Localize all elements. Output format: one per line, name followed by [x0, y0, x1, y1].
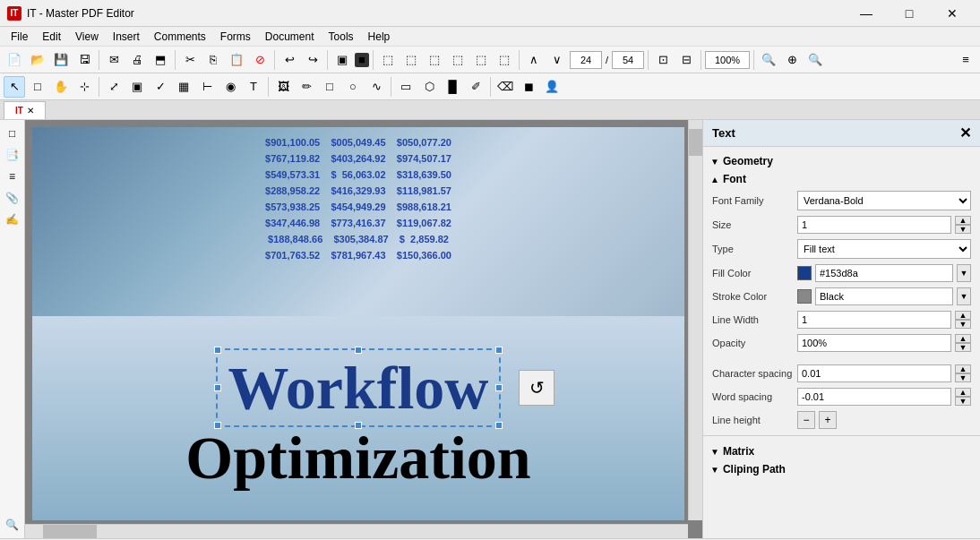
- font-section-header[interactable]: ▲ Font: [703, 170, 980, 188]
- page-tool[interactable]: □: [27, 76, 48, 98]
- document-area[interactable]: $901,100.05 $005,049.45 $050,077.20 $767…: [25, 120, 702, 538]
- redo-button[interactable]: ↪: [302, 49, 323, 71]
- object-tool[interactable]: ▣: [126, 76, 148, 98]
- select-button[interactable]: ▣: [331, 49, 353, 71]
- export-button[interactable]: ⬒: [150, 49, 171, 71]
- thumbnail-btn[interactable]: □: [3, 124, 22, 143]
- fit-page-button[interactable]: ⊡: [652, 49, 674, 71]
- copy-button[interactable]: ⎘: [202, 49, 224, 71]
- fit-width-button[interactable]: ⊟: [675, 49, 697, 71]
- menu-comments[interactable]: Comments: [147, 29, 213, 45]
- fill-color-dropdown[interactable]: ▼: [957, 264, 971, 282]
- opacity-input[interactable]: 100%: [797, 334, 951, 352]
- menu-edit[interactable]: Edit: [35, 29, 68, 45]
- opacity-down[interactable]: ▼: [955, 343, 971, 352]
- geometry-section-header[interactable]: ▼ Geometry: [703, 152, 980, 170]
- bookmarks-btn[interactable]: 📑: [3, 145, 22, 165]
- line-width-down[interactable]: ▼: [955, 320, 971, 329]
- ruler-tool[interactable]: ⊢: [196, 76, 218, 98]
- zoom-side-btn[interactable]: 🔍: [3, 515, 22, 535]
- save-as-button[interactable]: 🖫: [73, 49, 95, 71]
- line-height-minus[interactable]: −: [797, 411, 815, 429]
- matrix-section-header[interactable]: ▼ Matrix: [703, 442, 980, 460]
- print-button[interactable]: 🖨: [126, 49, 148, 71]
- layers-btn[interactable]: ≡: [3, 167, 22, 186]
- ellipse-tool[interactable]: ○: [342, 76, 364, 98]
- fill-button[interactable]: ■: [355, 53, 369, 67]
- cut-button[interactable]: ✂: [179, 49, 201, 71]
- menu-help[interactable]: Help: [361, 29, 398, 45]
- new-button[interactable]: 📄: [4, 49, 25, 71]
- undo-button[interactable]: ↩: [279, 49, 300, 71]
- menu-view[interactable]: View: [68, 29, 106, 45]
- char-spacing-input[interactable]: 0.01: [797, 364, 951, 382]
- marquee-tool[interactable]: ⊹: [73, 76, 95, 98]
- search-button[interactable]: 🔍: [804, 49, 826, 71]
- menu-tools[interactable]: Tools: [322, 29, 361, 45]
- char-spacing-down[interactable]: ▼: [955, 373, 971, 382]
- tool4[interactable]: ⬚: [447, 49, 469, 71]
- text-select-tool[interactable]: ▦: [173, 76, 194, 98]
- tool2[interactable]: ⬚: [400, 49, 422, 71]
- pen-tool[interactable]: ✏: [296, 76, 317, 98]
- menu-document[interactable]: Document: [258, 29, 322, 45]
- size-input[interactable]: 1: [797, 216, 951, 234]
- link-tool[interactable]: ⤢: [103, 76, 125, 98]
- check-tool[interactable]: ✓: [150, 76, 171, 98]
- zoom-input[interactable]: 100%: [705, 51, 750, 69]
- highlight-text[interactable]: █: [442, 76, 463, 98]
- page-total-input[interactable]: 54: [612, 51, 644, 69]
- font-size-input[interactable]: 24: [570, 51, 602, 69]
- erase-tool[interactable]: ⌫: [494, 76, 516, 98]
- menu-file[interactable]: File: [4, 29, 35, 45]
- line-height-plus[interactable]: +: [819, 411, 837, 429]
- panel-close-icon[interactable]: ✕: [959, 124, 971, 141]
- mark-tool[interactable]: ✐: [465, 76, 486, 98]
- clip-tool[interactable]: ◉: [219, 76, 241, 98]
- tool3[interactable]: ⬚: [424, 49, 445, 71]
- line-width-input[interactable]: 1: [797, 311, 951, 329]
- rotate-handle[interactable]: ↺: [519, 370, 554, 406]
- zoom-area-button[interactable]: ⊕: [781, 49, 803, 71]
- zoom-in-button[interactable]: 🔍: [758, 49, 779, 71]
- menu-forms[interactable]: Forms: [213, 29, 258, 45]
- stroke-color-swatch[interactable]: [797, 289, 812, 304]
- attachments-btn[interactable]: 📎: [3, 188, 22, 208]
- clipping-section-header[interactable]: ▼ Cliping Path: [703, 460, 980, 478]
- stroke-color-input[interactable]: Black: [815, 287, 953, 305]
- horizontal-scrollbar[interactable]: [25, 524, 688, 538]
- opacity-up[interactable]: ▲: [955, 334, 971, 343]
- open-button[interactable]: 📂: [27, 49, 48, 71]
- tab-it[interactable]: IT ✕: [4, 101, 46, 119]
- select-tool[interactable]: ↖: [4, 76, 25, 98]
- size-up-button[interactable]: ▲: [955, 216, 971, 225]
- fill-color-input[interactable]: #153d8a: [815, 264, 953, 282]
- minimize-button[interactable]: —: [846, 0, 887, 27]
- word-spacing-down[interactable]: ▼: [955, 397, 971, 406]
- email-button[interactable]: ✉: [103, 49, 125, 71]
- nav-left[interactable]: ∧: [523, 49, 545, 71]
- hand-tool[interactable]: ✋: [50, 76, 72, 98]
- tool1[interactable]: ⬚: [377, 49, 399, 71]
- maximize-button[interactable]: □: [889, 0, 930, 27]
- stamp-tool[interactable]: ⬡: [418, 76, 440, 98]
- word-spacing-up[interactable]: ▲: [955, 388, 971, 397]
- close-button[interactable]: ✕: [932, 0, 973, 27]
- path-tool[interactable]: ∿: [365, 76, 387, 98]
- type-select[interactable]: Fill text: [797, 239, 971, 259]
- save-button[interactable]: 💾: [50, 49, 72, 71]
- line-width-up[interactable]: ▲: [955, 311, 971, 320]
- vertical-scrollbar[interactable]: [688, 120, 702, 520]
- tool5[interactable]: ⬚: [470, 49, 492, 71]
- sign-tool[interactable]: 👤: [541, 76, 563, 98]
- redact-tool[interactable]: ◼: [518, 76, 539, 98]
- tab-close-icon[interactable]: ✕: [27, 106, 34, 116]
- font-family-select[interactable]: Verdana-Bold: [797, 191, 971, 210]
- size-down-button[interactable]: ▼: [955, 225, 971, 234]
- tool6[interactable]: ⬚: [494, 49, 515, 71]
- word-spacing-input[interactable]: -0.01: [797, 388, 951, 406]
- rect-tool[interactable]: □: [319, 76, 340, 98]
- delete-button[interactable]: ⊘: [249, 49, 271, 71]
- paste-button[interactable]: 📋: [226, 49, 247, 71]
- image-tool[interactable]: 🖼: [272, 76, 294, 98]
